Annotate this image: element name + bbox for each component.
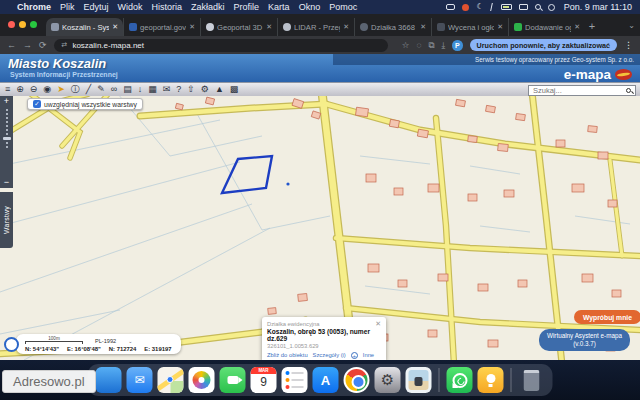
dock-tips-icon[interactable] — [478, 367, 504, 393]
search-icon[interactable] — [626, 88, 631, 93]
search-input[interactable] — [533, 86, 623, 95]
dock-mail-icon[interactable]: ✉ — [127, 367, 153, 393]
fullscreen-window-button[interactable] — [30, 21, 37, 28]
dock-app-store-icon[interactable]: A — [313, 367, 339, 393]
tab-geoportal-3d[interactable]: Geoportal 3D ✕ — [200, 18, 277, 36]
tab-dodawanie[interactable]: Dodawanie ogłos... ✕ — [508, 18, 585, 36]
link-icon[interactable]: ∞ — [111, 85, 117, 94]
measure-icon[interactable]: ╱ — [86, 85, 91, 94]
dock-reminders-icon[interactable] — [282, 367, 308, 393]
tab-group-icon[interactable]: ⧉ — [428, 40, 434, 51]
zoom-slider-handle[interactable] — [3, 137, 11, 140]
zoom-in-button[interactable]: + — [4, 97, 9, 106]
menu-app-name[interactable]: Chrome — [17, 2, 51, 12]
new-tab-button[interactable]: + — [585, 20, 599, 36]
e-mapa-brand[interactable]: e-mapa — [564, 67, 632, 82]
zoom-out-icon[interactable]: ⊖ — [30, 85, 38, 94]
popup-link-details[interactable]: Szczegóły (i) — [313, 352, 346, 358]
recording-status-icon[interactable] — [462, 4, 469, 11]
tab-close-icon[interactable]: ✕ — [112, 23, 118, 31]
back-icon[interactable]: ← — [7, 40, 16, 50]
tab-close-icon[interactable]: ✕ — [574, 23, 580, 31]
dock-settings-icon[interactable]: ⚙ — [375, 367, 401, 393]
upload-icon[interactable]: ⇧ — [187, 85, 195, 94]
bluetooth-icon[interactable] — [490, 3, 495, 11]
tab-close-icon[interactable]: ✕ — [266, 23, 272, 31]
info-icon[interactable]: ⓘ — [71, 85, 80, 94]
zoom-slider[interactable]: + − — [0, 96, 13, 188]
menu-item-okno[interactable]: Okno — [299, 2, 321, 12]
bookmark-star-icon[interactable]: ☆ — [402, 40, 410, 50]
dock-maps-icon[interactable] — [158, 367, 184, 393]
dock-preview-icon[interactable] — [406, 367, 432, 393]
legend-icon[interactable]: ▩ — [230, 85, 239, 94]
close-window-button[interactable] — [8, 21, 15, 28]
dock-photos-icon[interactable] — [189, 367, 215, 393]
tab-close-icon[interactable]: ✕ — [420, 23, 426, 31]
minimize-window-button[interactable] — [19, 21, 26, 28]
zoom-out-button[interactable]: − — [4, 178, 9, 187]
layers-icon[interactable]: ≡ — [5, 85, 10, 94]
relaunch-update-button[interactable]: Uruchom ponownie, aby zaktualizować — [470, 39, 617, 51]
zoom-in-icon[interactable]: ⊕ — [16, 85, 24, 94]
tab-close-icon[interactable]: ✕ — [343, 23, 349, 31]
crs-selector[interactable]: PL-1992 — [95, 338, 116, 344]
menu-item-pomoc[interactable]: Pomoc — [329, 2, 357, 12]
all-layers-checkbox-row[interactable]: ✓ uwzględniaj wszystkie warstwy — [27, 98, 143, 110]
crs-chevron-icon[interactable]: ⌄ — [128, 338, 132, 344]
map-canvas[interactable]: ✓ uwzględniaj wszystkie warstwy + − Wars… — [0, 96, 640, 360]
popup-link-zoom-to-object[interactable]: Zbliż do obiektu — [267, 352, 308, 358]
url-field[interactable]: ⇄ koszalin.e-mapa.net — [54, 39, 388, 52]
message-icon[interactable]: ✉ — [163, 85, 171, 94]
dock-whatsapp-icon[interactable] — [447, 367, 473, 393]
chrome-menu-icon[interactable]: ⋮ — [624, 40, 633, 50]
table-icon[interactable]: ▦ — [148, 85, 157, 94]
menu-item-zakladki[interactable]: Zakładki — [191, 2, 225, 12]
try-me-button[interactable]: Wypróbuj mnie — [574, 310, 640, 324]
spotlight-search-icon[interactable] — [535, 4, 541, 10]
dock-finder-icon[interactable] — [96, 367, 122, 393]
dock-trash-icon[interactable] — [519, 367, 545, 393]
tab-geoportal[interactable]: geoportal.gov.pl ✕ — [123, 18, 200, 36]
popup-close-icon[interactable]: ✕ — [375, 320, 381, 327]
menu-item-karta[interactable]: Karta — [268, 2, 290, 12]
tab-close-icon[interactable]: ✕ — [189, 23, 195, 31]
download-map-icon[interactable]: ↓ — [138, 85, 143, 94]
layers-panel-tab[interactable]: Warstwy — [0, 192, 13, 248]
menu-bar-clock[interactable]: Pon. 9 mar 11:10 — [564, 2, 632, 12]
dock-facetime-icon[interactable] — [220, 367, 246, 393]
download-icon[interactable]: ⤓ — [442, 40, 446, 51]
settings-icon[interactable]: ⚙ — [201, 85, 209, 94]
tab-koszalin[interactable]: Koszalin - System ✕ — [46, 18, 123, 36]
tab-lidar[interactable]: LIDAR - Przeglą... ✕ — [277, 18, 354, 36]
virtual-assistant-button[interactable]: Wirtualny Asystent e-mapa (v.0.3.7) — [539, 329, 630, 351]
tab-search-chevron-icon[interactable]: ⌄ — [628, 21, 635, 30]
menu-item-edytuj[interactable]: Edytuj — [84, 2, 109, 12]
menu-item-historia[interactable]: Historia — [152, 2, 183, 12]
dock-calendar-icon[interactable]: MAR 9 — [251, 367, 277, 393]
site-permissions-icon[interactable]: ⇄ — [62, 41, 68, 49]
popup-link-more[interactable]: Inne — [363, 352, 374, 358]
zoom-slider-track[interactable] — [3, 106, 11, 178]
map-search-box[interactable] — [528, 85, 636, 96]
reload-icon[interactable]: ⟳ — [39, 40, 47, 50]
print-icon[interactable]: ▤ — [123, 85, 132, 94]
profile-avatar[interactable]: P — [452, 40, 462, 51]
camera-status-icon[interactable] — [519, 4, 528, 10]
checkbox-checked-icon[interactable]: ✓ — [33, 100, 41, 108]
info-circle-button[interactable] — [4, 337, 19, 352]
focus-moon-icon[interactable]: ☾ — [476, 3, 483, 11]
user-account-icon[interactable] — [548, 4, 555, 11]
full-extent-icon[interactable]: ◉ — [43, 85, 51, 94]
extension-icon[interactable]: ◌ — [416, 40, 421, 50]
tab-dzialka[interactable]: Działka 3668 m² ✕ — [354, 18, 431, 36]
screen-mirroring-icon[interactable] — [446, 4, 455, 10]
draw-icon[interactable]: ✎ — [97, 85, 105, 94]
forward-icon[interactable]: → — [23, 40, 32, 50]
menu-item-widok[interactable]: Widok — [118, 2, 143, 12]
help-icon[interactable]: ? — [176, 85, 181, 94]
tab-close-icon[interactable]: ✕ — [497, 23, 503, 31]
dock-chrome-icon[interactable] — [344, 367, 370, 393]
menu-item-plik[interactable]: Plik — [60, 2, 75, 12]
tab-wycena[interactable]: Wycena i ogłosz... ✕ — [431, 18, 508, 36]
